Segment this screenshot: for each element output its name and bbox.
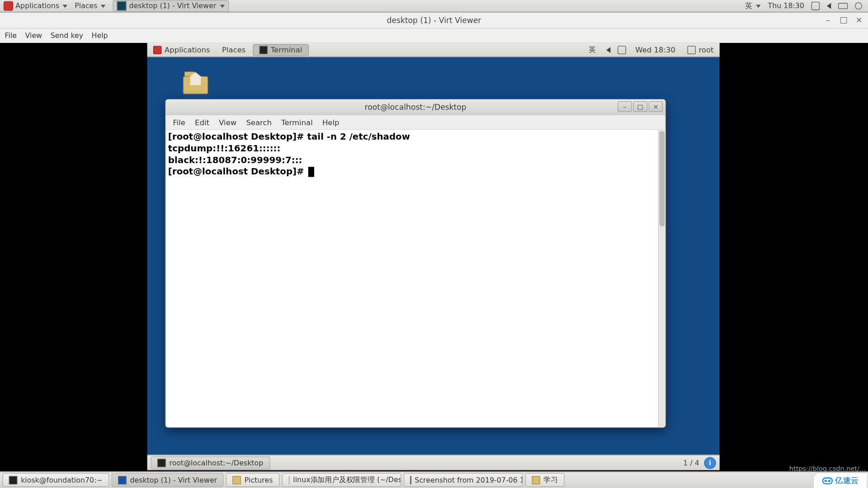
home-folder-icon[interactable] <box>183 70 211 94</box>
host-active-window-label: desktop (1) - Virt Viewer <box>129 2 216 10</box>
host-task-imageviewer[interactable]: Screenshot from 2019-07-06 1... <box>403 473 523 487</box>
notification-badge[interactable]: i <box>704 457 716 469</box>
terminal-body[interactable]: [root@localhost Desktop]# tail -n 2 /etc… <box>166 130 665 427</box>
host-bottom-panel: kiosk@foundation70:~ desktop (1) - Virt … <box>0 471 868 488</box>
host-places-menu[interactable]: Places <box>75 2 106 10</box>
guest-taskbar-terminal-label: root@localhost:~/Desktop <box>170 459 264 467</box>
virt-menu-file[interactable]: File <box>5 32 17 40</box>
host-task-label: 学习 <box>543 475 558 485</box>
scrollbar-thumb[interactable] <box>659 131 665 226</box>
terminal-menu-file[interactable]: File <box>173 117 185 127</box>
terminal-menu-search[interactable]: Search <box>246 117 272 127</box>
terminal-icon <box>157 459 165 467</box>
image-icon <box>410 476 411 484</box>
host-task-label: desktop (1) - Virt Viewer <box>130 476 217 484</box>
host-applications-label: Applications <box>15 2 59 10</box>
guest-user-menu[interactable]: root <box>681 45 719 54</box>
folder-icon <box>232 476 241 484</box>
host-task-label: Screenshot from 2019-07-06 1... <box>415 476 523 484</box>
network-icon[interactable] <box>618 46 626 54</box>
network-icon[interactable] <box>811 2 820 10</box>
host-ime-label: 英 <box>745 1 752 11</box>
guest-ime-indicator[interactable]: 英 <box>583 45 603 55</box>
folder-icon <box>532 476 540 484</box>
virt-menu-help[interactable]: Help <box>92 32 108 40</box>
terminal-menu-terminal[interactable]: Terminal <box>281 117 313 127</box>
guest-ime-label: 英 <box>589 45 596 55</box>
monitor-icon <box>117 1 127 11</box>
guest-taskbar-terminal[interactable]: root@localhost:~/Desktop <box>151 456 270 469</box>
virt-viewer-titlebar[interactable]: desktop (1) - Virt Viewer – □ × <box>0 13 868 29</box>
guest-places-label: Places <box>222 45 245 54</box>
virt-menu-sendkey[interactable]: Send key <box>51 32 84 40</box>
maximize-button[interactable]: □ <box>633 101 647 112</box>
host-ime-indicator[interactable]: 英 <box>745 1 760 11</box>
yisu-label: 亿速云 <box>835 475 858 486</box>
guest-top-panel: Applications Places Terminal 英 Wed 18:30 <box>147 43 720 57</box>
terminal-icon <box>9 476 17 484</box>
host-task-virtviewer[interactable]: desktop (1) - Virt Viewer <box>112 473 224 487</box>
terminal-line: black:!:18087:0:99999:7::: <box>168 155 302 165</box>
guest-framebuffer: Applications Places Terminal 英 Wed 18:30 <box>0 43 868 471</box>
yisu-watermark: 亿速云 <box>813 473 867 488</box>
watermark-text: https://blog.csdn.net/... <box>789 465 866 473</box>
chevron-down-icon <box>756 5 761 8</box>
virt-menu-view[interactable]: View <box>25 32 42 40</box>
terminal-line: [root@localhost Desktop]# tail -n 2 /etc… <box>168 131 410 142</box>
host-task-pictures[interactable]: Pictures <box>226 473 279 487</box>
virt-viewer-window: desktop (1) - Virt Viewer – □ × File Vie… <box>0 13 868 43</box>
host-clock[interactable]: Thu 18:30 <box>768 2 804 10</box>
terminal-titlebar[interactable]: root@localhost:~/Desktop – □ × <box>166 99 665 115</box>
guest-terminal-task[interactable]: Terminal <box>253 44 309 56</box>
host-task-terminal[interactable]: kiosk@foundation70:~ <box>2 473 109 487</box>
terminal-menu-help[interactable]: Help <box>322 117 340 127</box>
guest-clock[interactable]: Wed 18:30 <box>629 45 681 54</box>
terminal-scrollbar[interactable] <box>658 130 665 427</box>
terminal-line: tcpdump:!!:16261:::::: <box>168 143 280 154</box>
host-top-panel: Applications Places desktop (1) - Virt V… <box>0 0 868 13</box>
workspace-indicator[interactable]: 1 / 4 <box>683 459 699 467</box>
host-task-gedit[interactable]: linux添加用户及权限管理 (~/Deskt... <box>282 473 401 487</box>
gnome-foot-icon <box>4 1 13 11</box>
host-active-window-button[interactable]: desktop (1) - Virt Viewer <box>113 0 229 12</box>
host-task-label: linux添加用户及权限管理 (~/Deskt... <box>293 475 401 485</box>
chevron-down-icon <box>220 5 225 8</box>
gnome-foot-icon <box>153 46 161 54</box>
host-applications-menu[interactable]: Applications <box>4 1 68 11</box>
terminal-menubar: File Edit View Search Terminal Help <box>166 115 665 130</box>
chevron-down-icon <box>63 5 68 8</box>
host-task-label: Pictures <box>245 476 273 484</box>
power-icon[interactable] <box>855 2 862 9</box>
virt-viewer-title: desktop (1) - Virt Viewer <box>387 16 481 25</box>
terminal-menu-view[interactable]: View <box>219 117 236 127</box>
terminal-title: root@localhost:~/Desktop <box>365 103 467 112</box>
close-button[interactable]: × <box>649 101 663 112</box>
document-icon <box>288 476 290 484</box>
guest-places-menu[interactable]: Places <box>216 45 252 54</box>
guest-clock-label: Wed 18:30 <box>635 45 675 54</box>
close-button[interactable]: × <box>854 14 864 25</box>
host-task-label: kiosk@foundation70:~ <box>21 476 103 484</box>
volume-icon[interactable] <box>606 47 610 53</box>
chevron-down-icon <box>101 5 106 8</box>
guest-desktop[interactable]: Applications Places Terminal 英 Wed 18:30 <box>147 43 720 470</box>
yisu-logo-icon <box>822 477 833 484</box>
guest-applications-label: Applications <box>165 45 210 54</box>
virt-viewer-menubar: File View Send key Help <box>0 28 868 43</box>
minimize-button[interactable]: – <box>618 101 632 112</box>
guest-bottom-panel: root@localhost:~/Desktop 1 / 4 i <box>147 455 720 470</box>
maximize-button[interactable]: □ <box>838 14 849 25</box>
host-clock-label: Thu 18:30 <box>768 2 804 10</box>
user-icon <box>687 46 695 54</box>
battery-icon[interactable] <box>838 3 848 9</box>
host-places-label: Places <box>75 2 97 10</box>
host-task-folder[interactable]: 学习 <box>525 473 564 487</box>
volume-icon[interactable] <box>827 3 831 9</box>
terminal-cursor <box>308 167 314 177</box>
terminal-menu-edit[interactable]: Edit <box>195 117 209 127</box>
terminal-prompt: [root@localhost Desktop]# <box>168 166 307 177</box>
guest-applications-menu[interactable]: Applications <box>147 45 216 54</box>
minimize-button[interactable]: – <box>823 14 834 25</box>
terminal-icon <box>259 46 268 54</box>
guest-terminal-task-label: Terminal <box>271 45 302 54</box>
